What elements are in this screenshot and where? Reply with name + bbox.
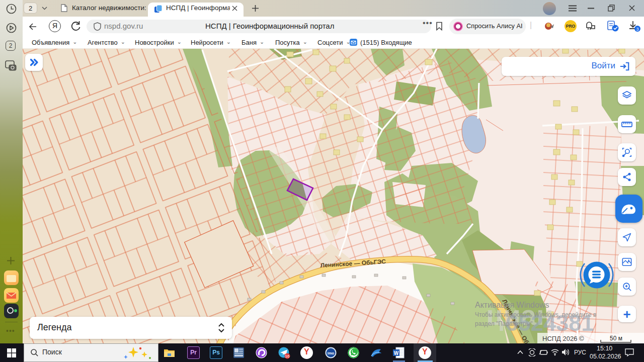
svg-text:Активация Windows: Активация Windows bbox=[475, 301, 549, 309]
svg-text:imo: imo bbox=[328, 351, 335, 355]
svg-text:3: 3 bbox=[636, 27, 638, 32]
svg-text:16: 16 bbox=[285, 354, 290, 358]
svg-text:НСПД 2026 ©: НСПД 2026 © bbox=[542, 335, 584, 342]
svg-text:W: W bbox=[394, 350, 399, 356]
svg-text:раздел "Параметры".: раздел "Параметры". bbox=[475, 320, 534, 327]
svg-text:50 м: 50 м bbox=[610, 335, 622, 342]
svg-text:Чтобы активировать Windows, пе: Чтобы активировать Windows, перейдите в bbox=[475, 311, 596, 318]
